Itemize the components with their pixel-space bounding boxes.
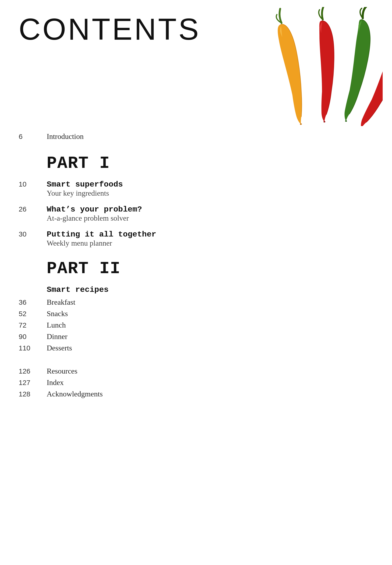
svg-point-2 [345, 120, 347, 122]
toc-title-whats-your-problem: What’s your problem? [47, 205, 142, 214]
toc-row-lunch: 72 Lunch [19, 319, 299, 331]
page-title-area: CONTENTS [19, 14, 201, 44]
page-number-acknowledgments: 128 [19, 390, 47, 398]
toc-entry-whats-your-problem: 26 What’s your problem? At-a-glance prob… [19, 205, 299, 222]
toc-title-desserts: Desserts [47, 344, 72, 352]
page-number-whats-your-problem: 26 [19, 205, 47, 213]
page-number-smart-superfoods: 10 [19, 180, 47, 188]
page: CONTENTS [0, 0, 392, 565]
toc-row-snacks: 52 Snacks [19, 308, 299, 319]
svg-point-0 [300, 123, 302, 125]
page-number-introduction: 6 [19, 133, 47, 140]
toc-entry-putting-together: 30 Putting it all together Weekly menu p… [19, 230, 299, 248]
toc-title-dinner: Dinner [47, 332, 68, 341]
svg-point-1 [323, 121, 325, 123]
toc-row-desserts: 110 Desserts [19, 342, 299, 354]
toc-row-resources: 126 Resources [19, 365, 299, 377]
toc-title-smart-superfoods: Smart superfoods [47, 180, 123, 189]
page-number-breakfast: 36 [19, 298, 47, 306]
toc-title-lunch: Lunch [47, 321, 66, 330]
smart-recipes-label: Smart recipes [47, 285, 299, 294]
toc-entry-smart-superfoods: 10 Smart superfoods Your key ingredients [19, 180, 299, 197]
toc-subtitle-whats-your-problem: At-a-glance problem solver [47, 214, 129, 222]
toc-title-putting-together: Putting it all together [47, 230, 156, 239]
chili-illustration [257, 7, 383, 126]
page-number-putting-together: 30 [19, 230, 47, 238]
page-number-snacks: 52 [19, 310, 47, 318]
page-number-lunch: 72 [19, 321, 47, 329]
part1-header: PART I [47, 154, 299, 173]
page-number-dinner: 90 [19, 333, 47, 341]
page-number-index: 127 [19, 379, 47, 387]
toc-row-acknowledgments: 128 Acknowledgments [19, 388, 299, 400]
page-number-resources: 126 [19, 367, 47, 375]
toc-title-breakfast: Breakfast [47, 298, 75, 306]
part2-header: PART II [47, 259, 299, 278]
toc-title-index: Index [47, 378, 64, 387]
toc-row-introduction: 6 Introduction [19, 131, 299, 142]
toc-row-breakfast: 36 Breakfast [19, 297, 299, 308]
toc-title-resources: Resources [47, 367, 78, 375]
toc-row-dinner: 90 Dinner [19, 331, 299, 342]
toc-title-acknowledgments: Acknowledgments [47, 390, 103, 398]
page-title: CONTENTS [19, 14, 201, 44]
back-matter-section: 126 Resources 127 Index 128 Acknowledgme… [19, 365, 299, 400]
page-number-desserts: 110 [19, 344, 47, 352]
toc-subtitle-smart-superfoods: Your key ingredients [47, 189, 109, 197]
toc-title-introduction: Introduction [47, 132, 84, 141]
toc-row-index: 127 Index [19, 377, 299, 388]
toc-subtitle-putting-together: Weekly menu planner [47, 239, 112, 248]
toc-title-snacks: Snacks [47, 309, 68, 318]
content-area: 6 Introduction PART I 10 Smart superfood… [19, 131, 299, 400]
